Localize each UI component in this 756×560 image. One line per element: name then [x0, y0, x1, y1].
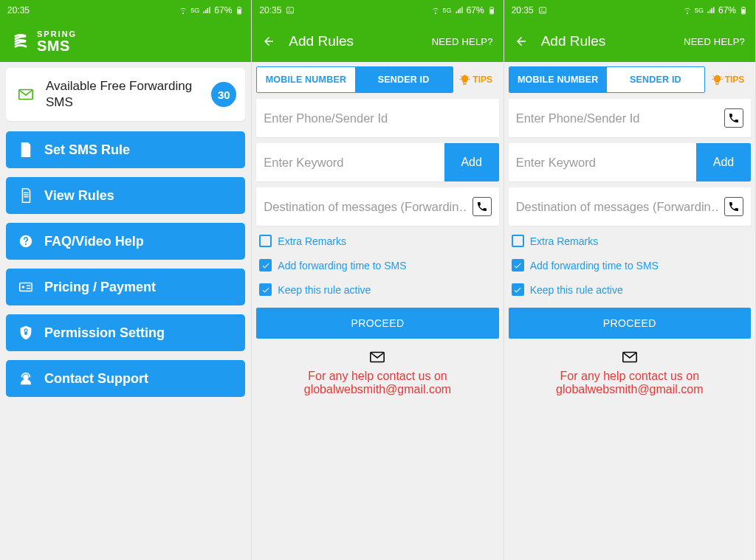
bulb-icon: [459, 75, 470, 86]
envelope-icon: [366, 349, 388, 365]
contact-help-box: For any help contact us on globalwebsmit…: [509, 349, 751, 396]
proceed-button[interactable]: PROCEED: [256, 308, 498, 339]
checkbox-extra-remarks[interactable]: Extra Remarks: [509, 232, 751, 250]
phone-sender-input[interactable]: [264, 111, 491, 125]
help-text-1: For any help contact us on: [509, 370, 751, 383]
checkbox-icon: [512, 259, 524, 272]
view-rules-icon: [18, 187, 34, 204]
envelope-icon: [15, 86, 37, 103]
checkbox-icon: [259, 259, 272, 272]
tips-button[interactable]: TIPS: [705, 66, 751, 93]
phone-sender-field[interactable]: [509, 99, 751, 137]
battery-pct: 67%: [467, 5, 484, 15]
tab-sender-id[interactable]: SENDER ID: [607, 67, 704, 92]
screen-add-rules-sender: 20:35 5G 67% Add Rules NEED HELP? MOBILE…: [504, 0, 756, 560]
proceed-button[interactable]: PROCEED: [509, 308, 751, 339]
destination-input[interactable]: [264, 200, 467, 214]
set-rule-icon: [18, 142, 34, 158]
tab-sender-id[interactable]: SENDER ID: [355, 67, 453, 92]
faq-icon: [18, 233, 34, 249]
app-bar: SPRING SMS: [0, 21, 251, 62]
menu-support[interactable]: Contact Support: [6, 360, 245, 397]
menu-permission[interactable]: Permission Setting: [6, 314, 245, 351]
status-bar: 20:35 5G 67%: [0, 0, 251, 21]
keyword-field[interactable]: [509, 143, 696, 182]
menu-faq[interactable]: FAQ/Video Help: [6, 223, 245, 260]
help-email[interactable]: globalwebsmith@gmail.com: [509, 383, 751, 396]
phone-sender-input[interactable]: [516, 111, 720, 125]
free-sms-card[interactable]: Available Free Forwarding SMS 30: [6, 68, 245, 121]
destination-field[interactable]: [509, 187, 751, 226]
back-icon[interactable]: [262, 35, 275, 48]
bulb-icon: [712, 75, 723, 86]
destination-input[interactable]: [516, 200, 720, 214]
checkbox-icon: [512, 235, 524, 247]
checkbox-forwarding-time[interactable]: Add forwarding time to SMS: [509, 256, 751, 274]
phone-icon: [728, 201, 740, 212]
signal-icon: [455, 6, 464, 15]
signal-icon: [707, 6, 715, 15]
need-help-link[interactable]: NEED HELP?: [684, 36, 745, 47]
contacts-picker-button[interactable]: [472, 197, 492, 216]
contacts-picker-button[interactable]: [724, 197, 743, 216]
screenshot-icon: [538, 6, 547, 15]
need-help-link[interactable]: NEED HELP?: [432, 36, 493, 47]
battery-pct: 67%: [214, 5, 232, 15]
add-keyword-button[interactable]: Add: [444, 143, 499, 182]
network-type: 5G: [443, 7, 452, 14]
menu-view-rules[interactable]: View Rules: [6, 177, 245, 214]
app-bar: Add Rules NEED HELP?: [252, 21, 503, 62]
back-icon[interactable]: [515, 35, 528, 48]
contacts-picker-button[interactable]: [724, 108, 743, 128]
checkbox-forwarding-time[interactable]: Add forwarding time to SMS: [256, 256, 498, 274]
checkbox-rule-active[interactable]: Keep this rule active: [256, 280, 498, 299]
hotspot-icon: [683, 6, 692, 15]
free-sms-label: Available Free Forwarding SMS: [46, 78, 202, 111]
app-bar: Add Rules NEED HELP?: [504, 21, 755, 62]
checkbox-icon: [259, 283, 272, 296]
pricing-icon: [18, 279, 34, 295]
screenshot-icon: [286, 6, 295, 15]
status-time: 20:35: [512, 5, 534, 15]
menu-set-sms-rule[interactable]: Set SMS Rule: [6, 131, 245, 168]
checkbox-rule-active[interactable]: Keep this rule active: [509, 280, 751, 299]
shield-icon: [18, 325, 34, 341]
tab-mobile-number[interactable]: MOBILE NUMBER: [509, 67, 607, 92]
status-time: 20:35: [259, 5, 281, 15]
phone-icon: [476, 201, 488, 212]
battery-icon: [235, 6, 244, 15]
help-email[interactable]: globalwebsmith@gmail.com: [256, 383, 498, 396]
signal-icon: [202, 6, 211, 15]
page-title: Add Rules: [541, 33, 684, 49]
contact-help-box: For any help contact us on globalwebsmit…: [256, 349, 498, 396]
checkbox-icon: [512, 283, 524, 296]
app-logo-icon: [10, 31, 31, 52]
hotspot-icon: [179, 6, 188, 15]
keyword-input[interactable]: [516, 156, 689, 170]
envelope-icon: [619, 349, 641, 365]
page-title: Add Rules: [289, 33, 431, 49]
support-icon: [18, 370, 34, 387]
menu-pricing[interactable]: Pricing / Payment: [6, 269, 245, 305]
status-time: 20:35: [7, 5, 30, 15]
help-text-1: For any help contact us on: [256, 370, 498, 383]
keyword-input[interactable]: [264, 156, 436, 170]
network-type: 5G: [190, 7, 199, 14]
add-keyword-button[interactable]: Add: [696, 143, 751, 182]
tips-button[interactable]: TIPS: [453, 66, 499, 93]
destination-field[interactable]: [256, 187, 498, 226]
tab-group: MOBILE NUMBER SENDER ID: [256, 66, 453, 93]
keyword-field[interactable]: [256, 143, 444, 182]
network-type: 5G: [695, 7, 704, 14]
phone-sender-field[interactable]: [256, 99, 498, 137]
status-bar: 20:35 5G 67%: [504, 0, 755, 21]
free-sms-count-badge: 30: [211, 82, 236, 107]
battery-icon: [739, 6, 748, 15]
tab-mobile-number[interactable]: MOBILE NUMBER: [257, 67, 354, 92]
checkbox-extra-remarks[interactable]: Extra Remarks: [256, 232, 498, 250]
battery-icon: [487, 6, 496, 15]
hotspot-icon: [431, 6, 440, 15]
checkbox-icon: [259, 235, 272, 247]
screen-home: 20:35 5G 67% SPRING SMS Available Free F…: [0, 0, 252, 560]
phone-icon: [728, 112, 740, 124]
